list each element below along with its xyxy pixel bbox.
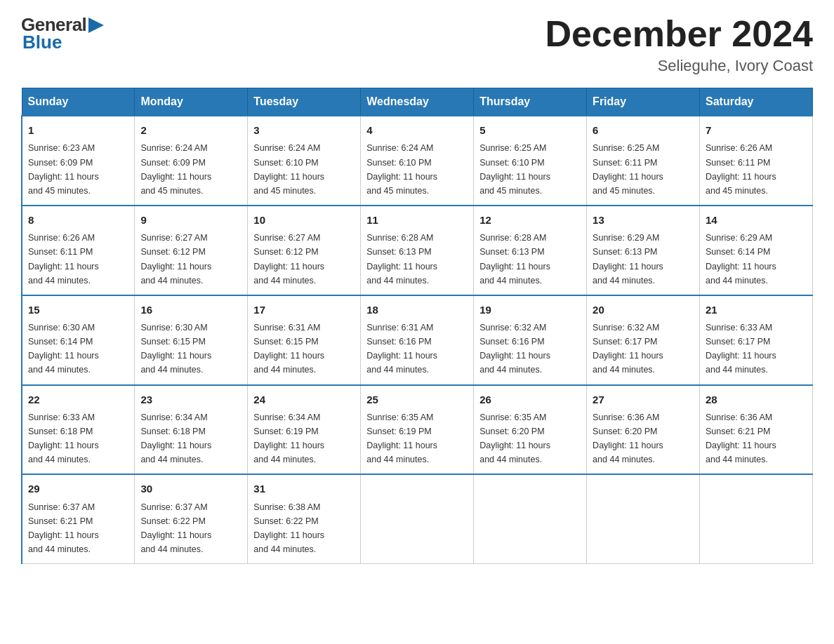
calendar-cell: 13Sunrise: 6:29 AMSunset: 6:13 PMDayligh…: [587, 206, 700, 295]
calendar-cell: 22Sunrise: 6:33 AMSunset: 6:18 PMDayligh…: [22, 385, 135, 475]
day-info: Sunrise: 6:32 AMSunset: 6:17 PMDaylight:…: [593, 323, 663, 375]
day-info: Sunrise: 6:36 AMSunset: 6:20 PMDaylight:…: [593, 412, 663, 464]
calendar-cell: 23Sunrise: 6:34 AMSunset: 6:18 PMDayligh…: [135, 385, 248, 475]
calendar-header-monday: Monday: [135, 88, 248, 116]
calendar-cell: 11Sunrise: 6:28 AMSunset: 6:13 PMDayligh…: [361, 206, 474, 295]
day-info: Sunrise: 6:37 AMSunset: 6:22 PMDaylight:…: [140, 502, 211, 554]
calendar-cell: 15Sunrise: 6:30 AMSunset: 6:14 PMDayligh…: [22, 295, 135, 385]
calendar-cell: 20Sunrise: 6:32 AMSunset: 6:17 PMDayligh…: [587, 295, 700, 385]
day-info: Sunrise: 6:28 AMSunset: 6:13 PMDaylight:…: [479, 233, 550, 285]
logo: General Blue: [21, 14, 104, 53]
calendar-cell: 27Sunrise: 6:36 AMSunset: 6:20 PMDayligh…: [587, 385, 700, 475]
page-header: General Blue December 2024 Selieguhe, Iv…: [21, 14, 813, 75]
day-number: 21: [706, 302, 807, 318]
calendar-cell: 8Sunrise: 6:26 AMSunset: 6:11 PMDaylight…: [22, 206, 135, 295]
day-number: 15: [28, 302, 128, 318]
calendar-cell: 31Sunrise: 6:38 AMSunset: 6:22 PMDayligh…: [248, 474, 361, 563]
day-number: 1: [28, 122, 128, 138]
day-number: 13: [593, 212, 694, 228]
calendar-cell: 10Sunrise: 6:27 AMSunset: 6:12 PMDayligh…: [248, 206, 361, 295]
day-number: 25: [366, 391, 468, 408]
day-info: Sunrise: 6:29 AMSunset: 6:13 PMDaylight:…: [593, 233, 663, 285]
day-info: Sunrise: 6:36 AMSunset: 6:21 PMDaylight:…: [706, 412, 776, 464]
calendar-cell: 19Sunrise: 6:32 AMSunset: 6:16 PMDayligh…: [474, 295, 587, 385]
day-info: Sunrise: 6:35 AMSunset: 6:19 PMDaylight:…: [366, 412, 437, 464]
week-row-5: 29Sunrise: 6:37 AMSunset: 6:21 PMDayligh…: [22, 474, 813, 563]
day-number: 4: [366, 122, 468, 138]
location-title: Selieguhe, Ivory Coast: [545, 57, 813, 75]
day-number: 24: [253, 391, 355, 408]
day-info: Sunrise: 6:37 AMSunset: 6:21 PMDaylight:…: [28, 502, 99, 554]
day-number: 9: [140, 212, 241, 228]
day-number: 31: [253, 481, 355, 497]
svg-marker-0: [88, 18, 104, 33]
calendar-header-saturday: Saturday: [700, 88, 813, 116]
day-number: 2: [140, 122, 241, 138]
day-info: Sunrise: 6:25 AMSunset: 6:11 PMDaylight:…: [593, 143, 663, 195]
day-info: Sunrise: 6:27 AMSunset: 6:12 PMDaylight:…: [253, 233, 324, 285]
day-number: 22: [28, 391, 128, 408]
calendar-cell: 21Sunrise: 6:33 AMSunset: 6:17 PMDayligh…: [700, 295, 813, 385]
week-row-1: 1Sunrise: 6:23 AMSunset: 6:09 PMDaylight…: [22, 116, 813, 206]
calendar-cell: 14Sunrise: 6:29 AMSunset: 6:14 PMDayligh…: [700, 206, 813, 295]
week-row-4: 22Sunrise: 6:33 AMSunset: 6:18 PMDayligh…: [22, 385, 813, 475]
day-info: Sunrise: 6:30 AMSunset: 6:15 PMDaylight:…: [140, 323, 211, 375]
calendar-cell: 7Sunrise: 6:26 AMSunset: 6:11 PMDaylight…: [700, 116, 813, 206]
day-info: Sunrise: 6:23 AMSunset: 6:09 PMDaylight:…: [28, 143, 99, 195]
day-number: 7: [706, 122, 807, 138]
day-info: Sunrise: 6:26 AMSunset: 6:11 PMDaylight:…: [28, 233, 99, 285]
calendar-cell: 16Sunrise: 6:30 AMSunset: 6:15 PMDayligh…: [135, 295, 248, 385]
day-info: Sunrise: 6:24 AMSunset: 6:10 PMDaylight:…: [366, 143, 437, 195]
day-info: Sunrise: 6:32 AMSunset: 6:16 PMDaylight:…: [479, 323, 550, 375]
calendar-cell: 9Sunrise: 6:27 AMSunset: 6:12 PMDaylight…: [135, 206, 248, 295]
day-number: 20: [593, 302, 694, 318]
calendar-cell: 24Sunrise: 6:34 AMSunset: 6:19 PMDayligh…: [248, 385, 361, 475]
day-number: 11: [366, 212, 468, 228]
day-number: 16: [140, 302, 241, 318]
day-info: Sunrise: 6:31 AMSunset: 6:15 PMDaylight:…: [253, 323, 324, 375]
day-number: 6: [593, 122, 694, 138]
day-info: Sunrise: 6:25 AMSunset: 6:10 PMDaylight:…: [479, 143, 550, 195]
day-info: Sunrise: 6:24 AMSunset: 6:10 PMDaylight:…: [253, 143, 324, 195]
calendar-header-thursday: Thursday: [474, 88, 587, 116]
day-info: Sunrise: 6:30 AMSunset: 6:14 PMDaylight:…: [28, 323, 99, 375]
day-number: 28: [706, 391, 807, 408]
day-info: Sunrise: 6:28 AMSunset: 6:13 PMDaylight:…: [366, 233, 437, 285]
day-number: 17: [253, 302, 355, 318]
calendar-cell: 28Sunrise: 6:36 AMSunset: 6:21 PMDayligh…: [700, 385, 813, 475]
calendar-header-friday: Friday: [587, 88, 700, 116]
day-info: Sunrise: 6:35 AMSunset: 6:20 PMDaylight:…: [479, 412, 550, 464]
day-number: 10: [253, 212, 355, 228]
day-number: 23: [140, 391, 241, 408]
calendar-cell: [361, 474, 474, 563]
calendar-table: SundayMondayTuesdayWednesdayThursdayFrid…: [21, 88, 813, 564]
calendar-cell: 30Sunrise: 6:37 AMSunset: 6:22 PMDayligh…: [135, 474, 248, 563]
calendar-header-row: SundayMondayTuesdayWednesdayThursdayFrid…: [22, 88, 813, 116]
day-number: 29: [28, 481, 128, 497]
day-info: Sunrise: 6:29 AMSunset: 6:14 PMDaylight:…: [706, 233, 776, 285]
day-info: Sunrise: 6:34 AMSunset: 6:18 PMDaylight:…: [140, 412, 211, 464]
day-info: Sunrise: 6:38 AMSunset: 6:22 PMDaylight:…: [253, 502, 324, 554]
calendar-cell: 18Sunrise: 6:31 AMSunset: 6:16 PMDayligh…: [361, 295, 474, 385]
calendar-header-tuesday: Tuesday: [248, 88, 361, 116]
day-number: 19: [479, 302, 581, 318]
calendar-cell: [587, 474, 700, 563]
week-row-3: 15Sunrise: 6:30 AMSunset: 6:14 PMDayligh…: [22, 295, 813, 385]
day-info: Sunrise: 6:26 AMSunset: 6:11 PMDaylight:…: [706, 143, 776, 195]
week-row-2: 8Sunrise: 6:26 AMSunset: 6:11 PMDaylight…: [22, 206, 813, 295]
title-block: December 2024 Selieguhe, Ivory Coast: [545, 14, 813, 75]
calendar-cell: 25Sunrise: 6:35 AMSunset: 6:19 PMDayligh…: [361, 385, 474, 475]
calendar-cell: 17Sunrise: 6:31 AMSunset: 6:15 PMDayligh…: [248, 295, 361, 385]
calendar-cell: 26Sunrise: 6:35 AMSunset: 6:20 PMDayligh…: [474, 385, 587, 475]
day-number: 3: [253, 122, 355, 138]
logo-blue-text: Blue: [22, 32, 62, 53]
calendar-cell: 12Sunrise: 6:28 AMSunset: 6:13 PMDayligh…: [474, 206, 587, 295]
day-number: 12: [479, 212, 581, 228]
day-number: 5: [479, 122, 581, 138]
day-number: 30: [140, 481, 241, 497]
calendar-cell: 4Sunrise: 6:24 AMSunset: 6:10 PMDaylight…: [361, 116, 474, 206]
day-info: Sunrise: 6:31 AMSunset: 6:16 PMDaylight:…: [366, 323, 437, 375]
calendar-cell: [700, 474, 813, 563]
calendar-cell: 29Sunrise: 6:37 AMSunset: 6:21 PMDayligh…: [22, 474, 135, 563]
calendar-cell: 1Sunrise: 6:23 AMSunset: 6:09 PMDaylight…: [22, 116, 135, 206]
